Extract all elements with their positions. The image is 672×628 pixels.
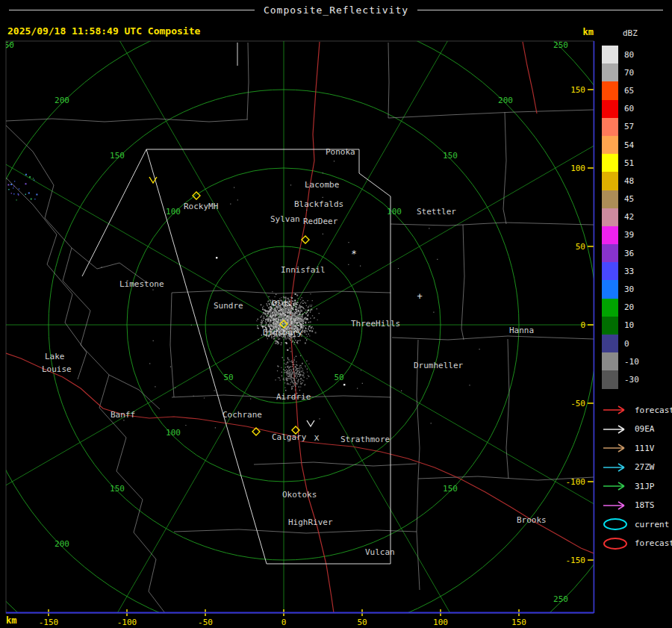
city-label: Sylvan (270, 214, 300, 224)
range-label: 50 (334, 373, 343, 382)
colorbar-swatch (602, 335, 618, 352)
colorbar-value: 30 (624, 285, 634, 294)
colorbar-value: 20 (624, 302, 634, 312)
city-label: Brooks (517, 515, 547, 525)
right-axis-label: 150 (570, 85, 585, 95)
legend-label: 27ZW (635, 462, 655, 472)
right-axis-label: -50 (570, 399, 585, 408)
arrow-icon (602, 479, 632, 493)
city-label: HighRiver (288, 517, 333, 527)
colorbar-value: 48 (624, 176, 634, 186)
radar-map: 2502001501002502001501002001501005025015… (0, 0, 672, 628)
city-label: Didsbury (263, 328, 302, 338)
colorbar-entry: -10 (602, 352, 672, 370)
vector-legend: forecast09EA111V27ZW31JP18TScurrentforec… (602, 401, 672, 553)
legend-item: 27ZW (602, 458, 672, 477)
colorbar-value: 33 (624, 267, 634, 276)
right-axis-label: -150 (566, 556, 586, 565)
colorbar-swatch (602, 190, 618, 208)
bottom-axis-label: 100 (433, 618, 448, 627)
legend-item: 18TS (602, 496, 672, 515)
colorbar-entry: 45 (602, 190, 672, 208)
city-label: Vulcan (365, 547, 395, 557)
arrow-icon (602, 403, 632, 417)
city-label: Calgary (272, 432, 307, 442)
colorbar-entry: 30 (602, 280, 672, 298)
legend-label: 31JP (635, 482, 655, 491)
colorbar-swatch (602, 172, 618, 190)
city-label: Limestone (119, 279, 164, 289)
range-label: 250 (553, 594, 568, 604)
plus-marker-icon: + (417, 291, 422, 302)
legend-label: forecast (635, 405, 672, 415)
city-label: Okotoks (282, 490, 317, 500)
city-label: RockyMH (184, 202, 218, 211)
right-axis-label: -100 (566, 477, 586, 487)
colorbar-value: 54 (624, 140, 634, 150)
colorbar-entry: 70 (602, 63, 672, 81)
bottom-axis-label: 150 (511, 618, 526, 627)
colorbar-entry: 65 (602, 81, 672, 99)
city-label: Innisfail (281, 265, 326, 275)
legend-item: forecast (602, 534, 672, 553)
legend-item: 111V (602, 439, 672, 458)
right-axis-label: 0 (580, 320, 585, 330)
colorbar-entry: 36 (602, 244, 672, 262)
colorbar-entry: 42 (602, 208, 672, 226)
city-label: RedDeer (303, 217, 338, 226)
colorbar-swatch (602, 226, 618, 244)
city-label: Ponoka (326, 147, 355, 157)
colorbar-swatch (602, 81, 618, 99)
colorbar-value: 36 (624, 249, 634, 258)
right-axis-label: 100 (570, 164, 585, 173)
legend-label: 18TS (635, 500, 655, 510)
range-label: 200 (498, 96, 513, 105)
colorbar-swatch (602, 299, 618, 317)
colorbar-entry: -30 (602, 370, 672, 388)
colorbar-value: 80 (624, 50, 634, 60)
city-label: Drumheller (414, 361, 464, 370)
colorbar-value: 39 (624, 230, 634, 240)
city-label: ThreeHills (351, 319, 400, 329)
city-label: Olds (272, 299, 292, 308)
colorbar-value: 42 (624, 212, 634, 222)
colorbar-entry: 57 (602, 118, 672, 136)
colorbar-value: 60 (624, 104, 634, 114)
colorbar-value: 10 (624, 320, 634, 330)
bottom-axis-label: -100 (117, 618, 137, 627)
colorbar-entry: 39 (602, 226, 672, 244)
legend-label: 09EA (635, 424, 655, 434)
colorbar: 807065605754514845423936333020100-10-30 (602, 46, 672, 389)
city-label: Hanna (509, 326, 534, 335)
city-label: Louise (42, 364, 72, 374)
colorbar-swatch (602, 244, 618, 262)
colorbar-value: 0 (624, 339, 629, 349)
city-label: Cochrane (223, 410, 262, 420)
colorbar-swatch (602, 136, 618, 154)
ellipse-icon (602, 517, 632, 531)
legend-item: current (602, 515, 672, 535)
ellipse-icon (602, 537, 632, 550)
colorbar-swatch (602, 118, 618, 136)
range-label: 250 (0, 40, 14, 50)
right-axis-label: 50 (576, 242, 585, 252)
range-label: 250 (553, 40, 568, 50)
colorbar-swatch (602, 352, 618, 370)
range-label: 100 (387, 207, 402, 217)
city-label: Stettler (417, 207, 456, 217)
bottom-axis-label: -50 (198, 618, 213, 627)
legend-item: 09EA (602, 420, 672, 439)
colorbar-entry: 80 (602, 46, 672, 63)
legend-label: 111V (635, 444, 655, 453)
colorbar-value: 65 (624, 86, 634, 96)
colorbar-swatch (602, 317, 618, 335)
colorbar-entry: 54 (602, 136, 672, 154)
range-label: 100 (166, 207, 181, 217)
range-label: 200 (55, 96, 69, 105)
colorbar-entry: 10 (602, 317, 672, 335)
range-label: 200 (55, 539, 69, 549)
range-label: 150 (110, 484, 125, 494)
bottom-axis-label: -150 (39, 618, 59, 627)
colorbar-entry: 0 (602, 335, 672, 352)
legend-label: forecast (635, 538, 672, 548)
